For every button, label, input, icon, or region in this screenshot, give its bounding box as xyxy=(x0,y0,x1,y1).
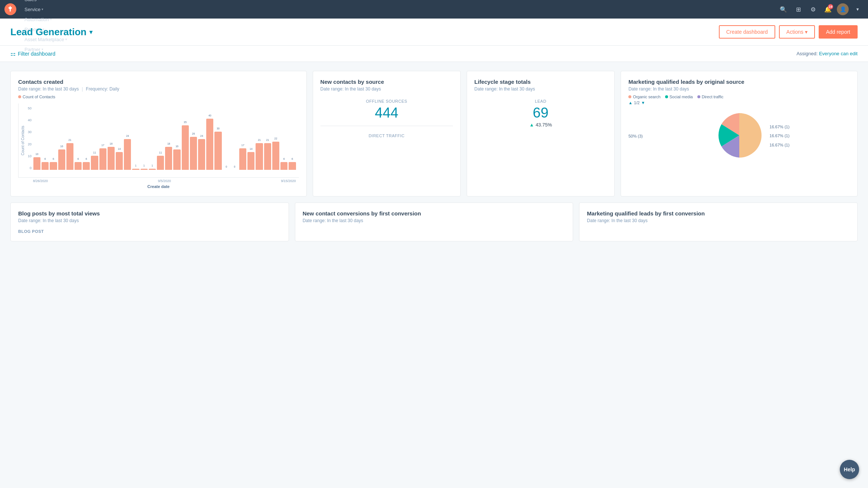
bar-value: 6 xyxy=(283,158,285,160)
pie-right-labels: 16.67% (1) 16.67% (1) 16.67% (1) xyxy=(770,122,850,149)
filter-dashboard-button[interactable]: ⚏ Filter dashboard xyxy=(10,50,55,57)
bar-value: 26 xyxy=(192,132,195,135)
page-title-container: Lead Generation ▾ xyxy=(10,26,92,38)
bar: 18 xyxy=(108,147,115,170)
x-label-3: 9/15/2020 xyxy=(281,179,296,183)
hubspot-logo[interactable] xyxy=(4,3,16,15)
expand-icon[interactable]: ▼ xyxy=(852,3,864,15)
bar-value: 22 xyxy=(274,137,277,140)
bar: 26 xyxy=(190,137,197,170)
bar-item: 16 xyxy=(173,149,180,170)
bar-value: 24 xyxy=(200,135,203,137)
bar-item: 14 xyxy=(116,152,123,170)
actions-label: Actions xyxy=(786,29,803,35)
bar-value: 6 xyxy=(53,158,54,160)
bar: 6 xyxy=(83,162,90,170)
actions-button[interactable]: Actions ▾ xyxy=(779,25,815,39)
bar-value: 6 xyxy=(78,158,79,160)
header-actions: Create dashboard Actions ▾ Add report xyxy=(719,25,858,39)
bar-item: 6 xyxy=(42,162,49,170)
bar: 14 xyxy=(247,152,254,170)
assigned-section: Assigned: Everyone can edit xyxy=(796,51,858,56)
nav-item-sales[interactable]: Sales▾ xyxy=(21,0,71,4)
mql-source-title: Marketing qualified leads by original so… xyxy=(628,79,850,85)
contacts-legend-label: Count of Contacts xyxy=(23,95,55,99)
lifecycle-card: Lifecycle stage totals Date range: In th… xyxy=(467,71,615,197)
social-media-dot xyxy=(665,95,668,98)
offline-value: 444 xyxy=(320,106,453,120)
settings-icon[interactable]: ⚙ xyxy=(807,3,819,15)
contacts-created-card: Contacts created Date range: In the last… xyxy=(10,71,307,197)
lead-change: ▲ 43.75% xyxy=(474,122,607,128)
dashboard-row-2: Blog posts by most total views Date rang… xyxy=(10,202,858,241)
bar: 11 xyxy=(157,156,164,170)
bar-item: 10 xyxy=(33,157,40,170)
bar-value: 0 xyxy=(226,165,227,168)
mql-conversion-card: Marketing qualified leads by first conve… xyxy=(579,202,858,241)
bar-item: 24 xyxy=(198,139,205,170)
bar-item: 1 xyxy=(141,169,148,170)
marketplace-icon[interactable]: ⊞ xyxy=(792,3,804,15)
pie-chart-section: 50% (3) 16.67% xyxy=(628,109,850,162)
bar: 1 xyxy=(149,169,156,170)
new-contacts-title: New contacts by source xyxy=(320,79,453,85)
mql-source-card: Marketing qualified leads by original so… xyxy=(621,71,858,197)
notifications-icon[interactable]: 🔔 19 xyxy=(822,3,834,15)
bar-item: 6 xyxy=(289,162,296,170)
bar: 16 xyxy=(173,149,180,170)
next-page-btn[interactable]: ▼ xyxy=(641,100,645,105)
notification-badge: 19 xyxy=(828,4,833,9)
bar-value: 10 xyxy=(36,153,39,155)
bar: 40 xyxy=(206,119,213,170)
social-media-label: Social media xyxy=(670,95,693,99)
bar: 21 xyxy=(66,143,73,170)
bar-value: 0 xyxy=(234,165,236,168)
lead-up-arrow: ▲ xyxy=(529,122,534,128)
filter-icon: ⚏ xyxy=(10,50,16,57)
add-report-button[interactable]: Add report xyxy=(819,25,858,39)
create-dashboard-button[interactable]: Create dashboard xyxy=(719,25,775,39)
new-contacts-subtitle: Date range: In the last 30 days xyxy=(320,86,453,92)
bar-value: 24 xyxy=(126,135,129,137)
bar-value: 6 xyxy=(45,158,46,160)
bar-item: 21 xyxy=(256,143,263,170)
dashboard-row-1: Contacts created Date range: In the last… xyxy=(10,71,858,197)
bar-value: 11 xyxy=(93,151,96,154)
bar-item: 24 xyxy=(124,139,131,170)
nav-item-automation[interactable]: Automation▾ xyxy=(21,14,71,24)
search-icon[interactable]: 🔍 xyxy=(777,3,789,15)
bar: 17 xyxy=(99,148,106,170)
bar: 14 xyxy=(116,152,123,170)
bar-value: 1 xyxy=(151,164,153,167)
bar-item: 18 xyxy=(108,147,115,170)
bar-item: 1 xyxy=(149,169,156,170)
prev-page-btn[interactable]: ▲ xyxy=(628,100,632,105)
x-axis-labels: 8/26/2020 9/5/2020 9/15/2020 xyxy=(18,179,299,183)
bar-value: 6 xyxy=(86,158,87,160)
bar: 17 xyxy=(239,148,246,170)
pagination-text: 1/2 xyxy=(634,100,640,105)
assigned-text: Assigned: xyxy=(796,51,818,56)
nav-item-service[interactable]: Service▾ xyxy=(21,4,71,14)
bar-value: 21 xyxy=(266,139,269,141)
bar-value: 6 xyxy=(292,158,293,160)
bar: 6 xyxy=(280,162,287,170)
bar-chart-area: Count of Contacts 50 40 30 20 10 0 10661… xyxy=(18,103,299,189)
organic-search-label: Organic search xyxy=(633,95,661,99)
bar-item: 30 xyxy=(214,132,221,170)
page-title: Lead Generation xyxy=(10,26,86,38)
bar: 24 xyxy=(198,139,205,170)
assigned-link[interactable]: Everyone can edit xyxy=(819,51,858,56)
filter-bar: ⚏ Filter dashboard Assigned: Everyone ca… xyxy=(0,46,868,62)
direct-label: DIRECT TRAFFIC xyxy=(320,133,453,138)
title-dropdown-icon[interactable]: ▾ xyxy=(89,29,92,36)
bar: 21 xyxy=(256,143,263,170)
mql-source-subtitle: Date range: In the last 30 days xyxy=(628,86,850,92)
bar-value: 16 xyxy=(60,145,63,148)
bar-item: 14 xyxy=(247,152,254,170)
user-avatar[interactable]: 👤 xyxy=(837,3,849,15)
blog-post-col-label: BLOG POST xyxy=(18,229,281,234)
bar-value: 16 xyxy=(175,145,178,148)
bar: 35 xyxy=(182,125,189,170)
y-axis: 50 40 30 20 10 0 xyxy=(19,106,32,170)
